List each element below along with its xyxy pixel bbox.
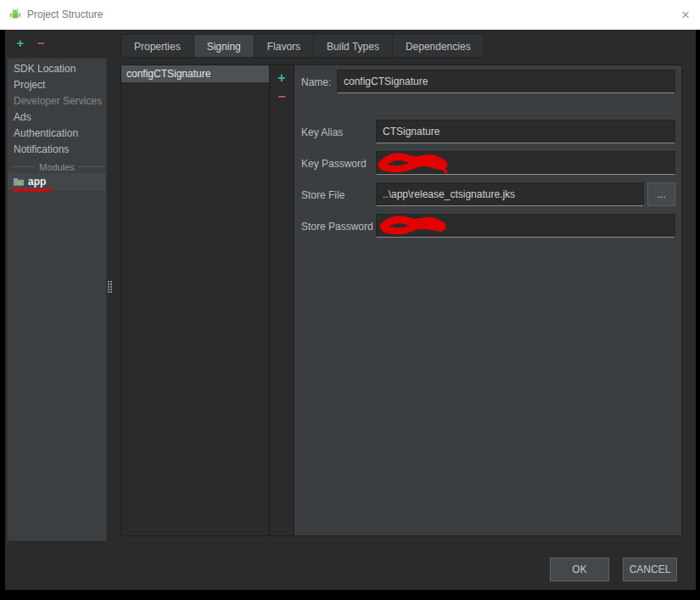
red-underline-mark <box>13 188 52 193</box>
sidebar-item-developer-services: Developer Services <box>8 93 106 109</box>
sidebar-nav: SDK Location Project Developer Services … <box>7 58 107 541</box>
android-module-icon <box>13 176 25 188</box>
list-item-config-ct-signature[interactable]: configCTSignature <box>121 65 269 82</box>
modules-separator: Modules <box>8 160 106 173</box>
window-title: Project Structure <box>27 0 103 30</box>
cancel-button[interactable]: CANCEL <box>623 558 677 581</box>
tab-dependencies[interactable]: Dependencies <box>393 34 484 58</box>
remove-icon[interactable]: − <box>32 36 49 50</box>
splitter-grip[interactable] <box>108 281 112 293</box>
sidebar-item-ads[interactable]: Ads <box>8 109 106 126</box>
name-label: Name: <box>301 76 331 88</box>
sidebar-item-authentication[interactable]: Authentication <box>8 126 106 142</box>
config-list-toolbar: + − <box>270 64 294 536</box>
key-password-label: Key Password <box>301 158 367 170</box>
sidebar-toolbar: + − <box>12 36 49 53</box>
tab-properties[interactable]: Properties <box>120 34 194 58</box>
store-password-label: Store Password <box>301 221 373 233</box>
name-input[interactable] <box>337 70 675 93</box>
project-structure-dialog: Project Structure × + − SDK Location Pro… <box>0 0 700 600</box>
android-logo-icon <box>8 7 23 22</box>
signing-config-list: configCTSignature <box>120 64 270 536</box>
dialog-content: + − SDK Location Project Developer Servi… <box>5 30 696 590</box>
remove-config-icon[interactable]: − <box>270 87 294 106</box>
tab-build-types[interactable]: Build Types <box>314 34 393 58</box>
modules-separator-label: Modules <box>39 162 75 172</box>
add-icon[interactable]: + <box>12 36 29 50</box>
sidebar-item-app-module[interactable]: app <box>8 173 106 190</box>
sidebar-item-notifications[interactable]: Notifications <box>8 142 106 158</box>
sidebar-item-sdk-location[interactable]: SDK Location <box>8 61 106 77</box>
store-password-input[interactable] <box>376 214 675 238</box>
add-config-icon[interactable]: + <box>270 69 294 87</box>
sidebar-item-project[interactable]: Project <box>8 77 106 93</box>
store-file-input[interactable] <box>376 182 644 206</box>
titlebar: Project Structure × <box>0 0 700 30</box>
ok-button[interactable]: OK <box>550 558 609 581</box>
key-alias-input[interactable] <box>376 120 675 143</box>
signing-form: Name: Key Alias Key Password Store File … <box>294 64 682 536</box>
tab-flavors[interactable]: Flavors <box>255 34 314 58</box>
key-alias-label: Key Alias <box>301 126 343 138</box>
close-icon[interactable]: × <box>681 0 690 30</box>
tab-signing[interactable]: Signing <box>194 34 255 58</box>
store-file-label: Store File <box>301 189 344 201</box>
tab-bar: Properties Signing Flavors Build Types D… <box>120 34 484 58</box>
browse-button[interactable]: ... <box>647 182 675 206</box>
key-password-input[interactable] <box>376 151 675 175</box>
